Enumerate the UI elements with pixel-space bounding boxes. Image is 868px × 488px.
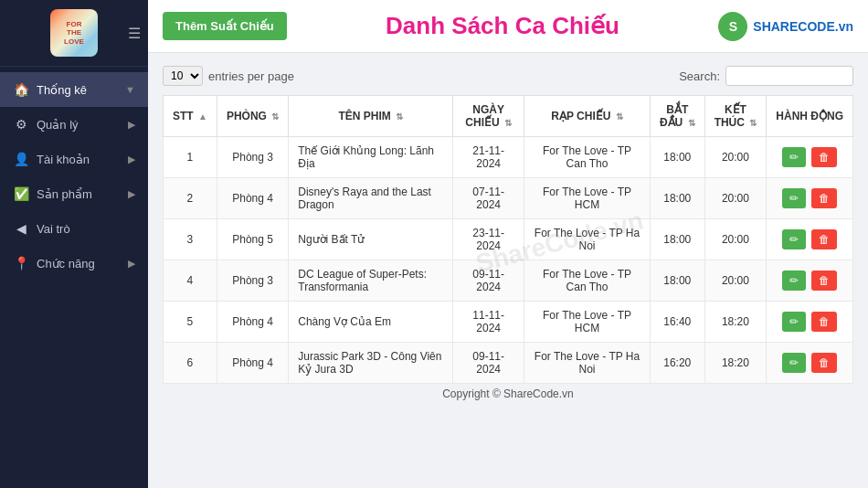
entries-select[interactable]: 10 25 50 bbox=[163, 66, 203, 86]
cell-hanh-dong: ✏ 🗑 bbox=[767, 302, 853, 343]
topbar-left: Thêm Suất Chiếu bbox=[163, 12, 287, 40]
cell-ket-thuc: 20:00 bbox=[704, 260, 767, 302]
sidebar-item-taikhoan[interactable]: 👤 Tài khoản ▶ bbox=[0, 142, 148, 176]
cell-ket-thuc: 18:20 bbox=[704, 302, 767, 343]
table-row: 4 Phòng 3 DC League of Super-Pets: Trans… bbox=[164, 260, 853, 302]
sort-icon: ⇅ bbox=[504, 118, 512, 128]
entries-label: entries per page bbox=[208, 69, 294, 83]
sidebar-item-sanpham[interactable]: ✅ Sản phẩm ▶ bbox=[0, 176, 148, 211]
delete-button[interactable]: 🗑 bbox=[811, 353, 837, 373]
cell-hanh-dong: ✏ 🗑 bbox=[767, 260, 853, 302]
sidebar-item-thongke[interactable]: 🏠 Thống kê ▼ bbox=[0, 72, 148, 107]
sort-icon: ⇅ bbox=[396, 111, 403, 122]
sort-icon: ⇅ bbox=[749, 118, 757, 128]
col-ket-thuc: KẾTTHÚC ⇅ bbox=[704, 96, 767, 137]
role-icon: ◀ bbox=[13, 220, 29, 237]
search-label: Search: bbox=[679, 69, 720, 83]
cell-hanh-dong: ✏ 🗑 bbox=[767, 137, 853, 178]
sort-icon: ⇅ bbox=[616, 111, 623, 122]
col-ngay-chieu: NGÀYCHIẾU ⇅ bbox=[453, 96, 524, 137]
edit-button[interactable]: ✏ bbox=[782, 353, 806, 373]
cell-ket-thuc: 20:00 bbox=[704, 137, 767, 178]
check-icon: ✅ bbox=[13, 186, 29, 202]
cell-ket-thuc: 20:00 bbox=[704, 219, 767, 260]
table-wrapper: ShareCode.vn STT ▲ PHÒNG ⇅ TÊN PHIM ⇅ NG… bbox=[163, 95, 853, 384]
action-cell: ✏ 🗑 bbox=[776, 271, 843, 291]
sidebar-item-chucnang[interactable]: 📍 Chức năng ▶ bbox=[0, 246, 148, 281]
cell-phong: Phòng 4 bbox=[217, 178, 288, 219]
cell-ten-phim: Disney's Raya and the Last Dragon bbox=[289, 178, 453, 219]
cell-ten-phim: Thế Giới Khủng Long: Lãnh Địa bbox=[289, 137, 453, 178]
cell-hanh-dong: ✏ 🗑 bbox=[767, 219, 853, 260]
cell-phong: Phòng 4 bbox=[217, 343, 288, 384]
cell-ten-phim: Người Bất Tử bbox=[289, 219, 453, 260]
entries-control: 10 25 50 entries per page bbox=[163, 66, 294, 86]
action-cell: ✏ 🗑 bbox=[776, 353, 843, 373]
cell-ket-thuc: 20:00 bbox=[704, 178, 767, 219]
delete-button[interactable]: 🗑 bbox=[811, 312, 837, 332]
col-rap-chieu: RẠP CHIẾU ⇅ bbox=[524, 96, 651, 137]
col-hanh-dong: HÀNH ĐỘNG bbox=[767, 96, 853, 137]
cell-bat-dau: 18:00 bbox=[650, 219, 704, 260]
cell-ngay-chieu: 09-11-2024 bbox=[453, 260, 524, 302]
col-ten-phim: TÊN PHIM ⇅ bbox=[289, 96, 453, 137]
cell-stt: 3 bbox=[164, 219, 217, 260]
edit-button[interactable]: ✏ bbox=[782, 312, 806, 332]
cell-phong: Phòng 3 bbox=[217, 260, 288, 302]
cell-phong: Phòng 5 bbox=[217, 219, 288, 260]
delete-button[interactable]: 🗑 bbox=[811, 188, 837, 208]
table-row: 1 Phòng 3 Thế Giới Khủng Long: Lãnh Địa … bbox=[164, 137, 853, 178]
cell-phong: Phòng 4 bbox=[217, 302, 288, 343]
action-cell: ✏ 🗑 bbox=[776, 147, 843, 167]
chevron-icon: ▼ bbox=[125, 84, 135, 95]
logo-image: FORTHELOVE bbox=[50, 9, 98, 57]
edit-button[interactable]: ✏ bbox=[782, 229, 806, 249]
cell-rap-chieu: For The Love - TP HCM bbox=[524, 178, 651, 219]
sidebar-item-label: Thống kê bbox=[37, 83, 87, 97]
cell-bat-dau: 18:00 bbox=[650, 178, 704, 219]
brand-name: SHARECODE.vn bbox=[753, 19, 853, 34]
sidebar-toggle-button[interactable]: ☰ bbox=[128, 25, 141, 42]
cell-stt: 2 bbox=[164, 178, 217, 219]
col-phong: PHÒNG ⇅ bbox=[217, 96, 288, 137]
chevron-icon: ▶ bbox=[128, 188, 135, 200]
sidebar-logo: FORTHELOVE ☰ bbox=[0, 0, 148, 67]
table-header-row: STT ▲ PHÒNG ⇅ TÊN PHIM ⇅ NGÀYCHIẾU ⇅ RẠP… bbox=[164, 96, 853, 137]
cell-phong: Phòng 3 bbox=[217, 137, 288, 178]
table-row: 5 Phòng 4 Chàng Vợ Của Em 11-11-2024 For… bbox=[164, 302, 853, 343]
edit-button[interactable]: ✏ bbox=[782, 147, 806, 167]
delete-button[interactable]: 🗑 bbox=[811, 147, 837, 167]
sort-icon: ▲ bbox=[198, 111, 207, 122]
table-row: 3 Phòng 5 Người Bất Tử 23-11-2024 For Th… bbox=[164, 219, 853, 260]
cell-ket-thuc: 18:20 bbox=[704, 343, 767, 384]
cell-rap-chieu: For The Love - TP Can Tho bbox=[524, 260, 651, 302]
settings-icon: ⚙ bbox=[13, 116, 29, 133]
cell-rap-chieu: For The Love - TP Can Tho bbox=[524, 137, 651, 178]
content-area: 10 25 50 entries per page Search: ShareC… bbox=[148, 53, 868, 488]
sidebar: FORTHELOVE ☰ 🏠 Thống kê ▼ ⚙ Quản lý ▶ 👤 … bbox=[0, 0, 148, 488]
delete-button[interactable]: 🗑 bbox=[811, 271, 837, 291]
cell-stt: 6 bbox=[164, 343, 217, 384]
cell-ten-phim: DC League of Super-Pets: Transformania bbox=[289, 260, 453, 302]
table-controls: 10 25 50 entries per page Search: bbox=[163, 66, 853, 86]
cell-bat-dau: 16:20 bbox=[650, 343, 704, 384]
sidebar-item-quanly[interactable]: ⚙ Quản lý ▶ bbox=[0, 107, 148, 142]
data-table: STT ▲ PHÒNG ⇅ TÊN PHIM ⇅ NGÀYCHIẾU ⇅ RẠP… bbox=[163, 95, 853, 384]
table-row: 6 Phòng 4 Jurassic Park 3D - Công Viên K… bbox=[164, 343, 853, 384]
sidebar-item-vaitro[interactable]: ◀ Vai trò bbox=[0, 211, 148, 246]
cell-bat-dau: 18:00 bbox=[650, 260, 704, 302]
search-control: Search: bbox=[679, 66, 853, 86]
cell-rap-chieu: For The Love - TP Ha Noi bbox=[524, 219, 651, 260]
cell-stt: 1 bbox=[164, 137, 217, 178]
add-showing-button[interactable]: Thêm Suất Chiếu bbox=[163, 12, 287, 40]
search-input[interactable] bbox=[725, 66, 853, 86]
chevron-icon: ▶ bbox=[128, 258, 135, 270]
cell-ten-phim: Chàng Vợ Của Em bbox=[289, 302, 453, 343]
main-content: Thêm Suất Chiếu Danh Sách Ca Chiếu S SHA… bbox=[148, 0, 868, 488]
table-row: 2 Phòng 4 Disney's Raya and the Last Dra… bbox=[164, 178, 853, 219]
delete-button[interactable]: 🗑 bbox=[811, 229, 837, 249]
edit-button[interactable]: ✏ bbox=[782, 188, 806, 208]
edit-button[interactable]: ✏ bbox=[782, 271, 806, 291]
sort-icon: ⇅ bbox=[688, 118, 695, 128]
copyright-text: Copyright © ShareCode.vn bbox=[163, 384, 853, 402]
